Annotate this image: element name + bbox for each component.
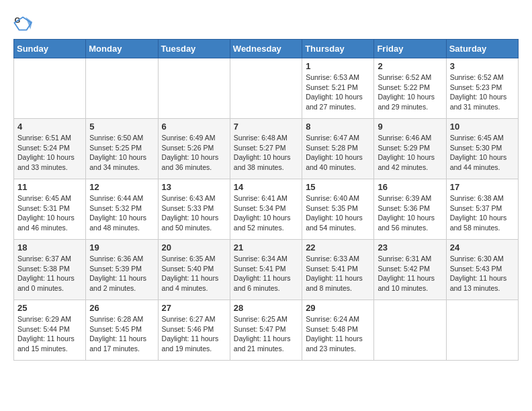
day-info: Sunrise: 6:24 AM Sunset: 5:48 PM Dayligh… [306, 314, 370, 354]
calendar-cell [374, 300, 446, 361]
calendar-cell: 24Sunrise: 6:30 AM Sunset: 5:43 PM Dayli… [446, 240, 518, 300]
day-number: 5 [89, 122, 154, 132]
calendar-cell [230, 58, 302, 119]
day-number: 29 [306, 303, 370, 313]
day-info: Sunrise: 6:47 AM Sunset: 5:28 PM Dayligh… [306, 133, 370, 173]
day-number: 27 [162, 303, 226, 313]
day-header-wednesday: Wednesday [230, 40, 302, 58]
day-info: Sunrise: 6:51 AM Sunset: 5:24 PM Dayligh… [17, 133, 82, 173]
calendar-cell: 14Sunrise: 6:41 AM Sunset: 5:34 PM Dayli… [230, 179, 302, 240]
day-header-sunday: Sunday [14, 40, 86, 58]
calendar-cell: 12Sunrise: 6:44 AM Sunset: 5:32 PM Dayli… [86, 179, 158, 240]
calendar-cell: 15Sunrise: 6:40 AM Sunset: 5:35 PM Dayli… [302, 179, 374, 240]
day-number: 4 [17, 122, 82, 132]
calendar-cell: 18Sunrise: 6:37 AM Sunset: 5:38 PM Dayli… [14, 240, 86, 300]
calendar-cell: 11Sunrise: 6:45 AM Sunset: 5:31 PM Dayli… [14, 179, 86, 240]
calendar-cell: 8Sunrise: 6:47 AM Sunset: 5:28 PM Daylig… [302, 119, 374, 179]
day-number: 10 [450, 122, 515, 132]
day-info: Sunrise: 6:41 AM Sunset: 5:34 PM Dayligh… [234, 193, 298, 233]
day-info: Sunrise: 6:53 AM Sunset: 5:21 PM Dayligh… [306, 73, 370, 112]
day-info: Sunrise: 6:28 AM Sunset: 5:45 PM Dayligh… [89, 314, 154, 354]
calendar-cell: 27Sunrise: 6:27 AM Sunset: 5:46 PM Dayli… [158, 300, 230, 361]
calendar-cell: 22Sunrise: 6:33 AM Sunset: 5:41 PM Dayli… [302, 240, 374, 300]
calendar-cell: 1Sunrise: 6:53 AM Sunset: 5:21 PM Daylig… [302, 58, 374, 119]
calendar-cell [86, 58, 158, 119]
calendar-week-4: 18Sunrise: 6:37 AM Sunset: 5:38 PM Dayli… [14, 240, 519, 300]
day-info: Sunrise: 6:50 AM Sunset: 5:25 PM Dayligh… [89, 133, 154, 173]
day-info: Sunrise: 6:48 AM Sunset: 5:27 PM Dayligh… [234, 133, 298, 173]
day-info: Sunrise: 6:46 AM Sunset: 5:29 PM Dayligh… [378, 133, 442, 173]
day-number: 17 [450, 182, 515, 192]
calendar-cell: 6Sunrise: 6:49 AM Sunset: 5:26 PM Daylig… [158, 119, 230, 179]
day-number: 28 [234, 303, 298, 313]
day-number: 9 [378, 122, 442, 132]
day-number: 6 [162, 122, 226, 132]
calendar-cell [14, 58, 86, 119]
calendar-cell: 17Sunrise: 6:38 AM Sunset: 5:37 PM Dayli… [446, 179, 518, 240]
day-number: 22 [306, 242, 370, 253]
day-info: Sunrise: 6:29 AM Sunset: 5:44 PM Dayligh… [17, 314, 82, 354]
calendar-cell: 5Sunrise: 6:50 AM Sunset: 5:25 PM Daylig… [86, 119, 158, 179]
calendar-cell: 13Sunrise: 6:43 AM Sunset: 5:33 PM Dayli… [158, 179, 230, 240]
calendar-cell: 25Sunrise: 6:29 AM Sunset: 5:44 PM Dayli… [14, 300, 86, 361]
day-number: 15 [306, 182, 370, 192]
day-info: Sunrise: 6:40 AM Sunset: 5:35 PM Dayligh… [306, 193, 370, 233]
calendar-cell: 28Sunrise: 6:25 AM Sunset: 5:47 PM Dayli… [230, 300, 302, 361]
day-number: 23 [378, 242, 442, 253]
day-info: Sunrise: 6:39 AM Sunset: 5:36 PM Dayligh… [378, 193, 442, 233]
day-info: Sunrise: 6:27 AM Sunset: 5:46 PM Dayligh… [162, 314, 226, 354]
calendar-week-1: 1Sunrise: 6:53 AM Sunset: 5:21 PM Daylig… [14, 58, 519, 119]
calendar-cell: 20Sunrise: 6:35 AM Sunset: 5:40 PM Dayli… [158, 240, 230, 300]
day-number: 13 [162, 182, 226, 192]
calendar-cell: 7Sunrise: 6:48 AM Sunset: 5:27 PM Daylig… [230, 119, 302, 179]
calendar-cell: 2Sunrise: 6:52 AM Sunset: 5:22 PM Daylig… [374, 58, 446, 119]
calendar-cell: 4Sunrise: 6:51 AM Sunset: 5:24 PM Daylig… [14, 119, 86, 179]
logo: G [13, 13, 35, 32]
day-number: 25 [17, 303, 82, 313]
day-info: Sunrise: 6:49 AM Sunset: 5:26 PM Dayligh… [162, 133, 226, 173]
day-number: 16 [378, 182, 442, 192]
calendar-week-3: 11Sunrise: 6:45 AM Sunset: 5:31 PM Dayli… [14, 179, 519, 240]
day-info: Sunrise: 6:52 AM Sunset: 5:22 PM Dayligh… [378, 73, 442, 112]
day-info: Sunrise: 6:25 AM Sunset: 5:47 PM Dayligh… [234, 314, 298, 354]
calendar-cell: 9Sunrise: 6:46 AM Sunset: 5:29 PM Daylig… [374, 119, 446, 179]
svg-marker-2 [26, 17, 32, 30]
day-number: 20 [162, 242, 226, 253]
day-info: Sunrise: 6:34 AM Sunset: 5:41 PM Dayligh… [234, 254, 298, 293]
calendar-cell [158, 58, 230, 119]
calendar-cell: 19Sunrise: 6:36 AM Sunset: 5:39 PM Dayli… [86, 240, 158, 300]
day-number: 21 [234, 242, 298, 253]
day-number: 8 [306, 122, 370, 132]
day-number: 14 [234, 182, 298, 192]
day-number: 24 [450, 242, 515, 253]
day-info: Sunrise: 6:30 AM Sunset: 5:43 PM Dayligh… [450, 254, 515, 293]
calendar-header-row: SundayMondayTuesdayWednesdayThursdayFrid… [14, 40, 519, 58]
calendar-cell [446, 300, 518, 361]
day-number: 3 [450, 61, 515, 71]
calendar-cell: 26Sunrise: 6:28 AM Sunset: 5:45 PM Dayli… [86, 300, 158, 361]
calendar-cell: 16Sunrise: 6:39 AM Sunset: 5:36 PM Dayli… [374, 179, 446, 240]
day-info: Sunrise: 6:43 AM Sunset: 5:33 PM Dayligh… [162, 193, 226, 233]
day-info: Sunrise: 6:38 AM Sunset: 5:37 PM Dayligh… [450, 193, 515, 233]
day-number: 12 [89, 182, 154, 192]
calendar-week-2: 4Sunrise: 6:51 AM Sunset: 5:24 PM Daylig… [14, 119, 519, 179]
day-info: Sunrise: 6:31 AM Sunset: 5:42 PM Dayligh… [378, 254, 442, 293]
day-number: 2 [378, 61, 442, 71]
day-info: Sunrise: 6:45 AM Sunset: 5:31 PM Dayligh… [17, 193, 82, 233]
day-header-friday: Friday [374, 40, 446, 58]
calendar-cell: 10Sunrise: 6:45 AM Sunset: 5:30 PM Dayli… [446, 119, 518, 179]
day-number: 7 [234, 122, 298, 132]
calendar-cell: 3Sunrise: 6:52 AM Sunset: 5:23 PM Daylig… [446, 58, 518, 119]
logo-icon: G [13, 13, 32, 32]
day-info: Sunrise: 6:52 AM Sunset: 5:23 PM Dayligh… [450, 73, 515, 112]
day-header-saturday: Saturday [446, 40, 518, 58]
page-header: G [13, 13, 519, 32]
day-info: Sunrise: 6:33 AM Sunset: 5:41 PM Dayligh… [306, 254, 370, 293]
day-number: 18 [17, 242, 82, 253]
calendar-week-5: 25Sunrise: 6:29 AM Sunset: 5:44 PM Dayli… [14, 300, 519, 361]
day-header-tuesday: Tuesday [158, 40, 230, 58]
day-number: 19 [89, 242, 154, 253]
day-number: 26 [89, 303, 154, 313]
day-header-thursday: Thursday [302, 40, 374, 58]
day-number: 11 [17, 182, 82, 192]
